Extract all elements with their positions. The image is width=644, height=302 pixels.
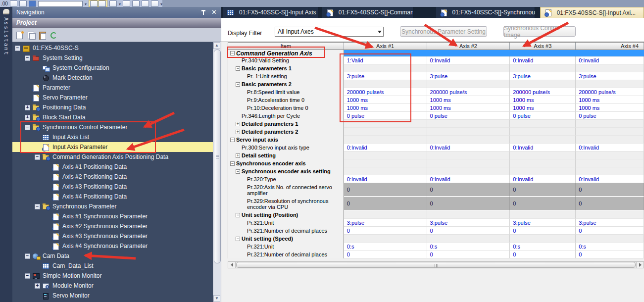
synchronous-parameter-setting-button[interactable]: Synchronous Parameter Setting: [400, 26, 487, 37]
nav-vertical-scrollbar[interactable]: ▲ ▼: [213, 42, 221, 302]
value-cell-axis3[interactable]: 3:pulse: [510, 219, 576, 227]
nav-tree-item[interactable]: −Cam Data: [12, 251, 221, 261]
value-cell-axis2[interactable]: 1000 ms: [427, 96, 510, 104]
empty-cell-axis2[interactable]: [427, 136, 510, 144]
collapse-icon[interactable]: −: [25, 273, 30, 279]
value-cell-axis4[interactable]: 0:Invalid: [576, 56, 644, 64]
expand-icon[interactable]: +: [236, 153, 240, 158]
collapse-icon[interactable]: −: [35, 204, 40, 209]
empty-cell-axis1[interactable]: [344, 235, 427, 243]
nav-tree-item[interactable]: Axis #3 Synchronous Parameter: [12, 231, 221, 241]
value-cell-axis3[interactable]: 0:Invalid: [510, 144, 576, 151]
empty-cell-axis2[interactable]: [427, 80, 510, 88]
toolbar-combobox[interactable]: [38, 1, 83, 7]
value-cell-axis4[interactable]: 0:Invalid: [576, 175, 644, 183]
nav-tree-item[interactable]: Parameter: [12, 83, 221, 93]
nav-tree-item[interactable]: −Command Generation Axis Positioning Dat…: [12, 152, 221, 162]
expand-icon[interactable]: +: [35, 283, 40, 289]
empty-cell-axis4[interactable]: [576, 120, 644, 128]
empty-cell-axis1[interactable]: [344, 211, 427, 219]
empty-cell-axis4[interactable]: [576, 80, 644, 88]
document-tab[interactable]: 01:FX5-40SSC-S[]-Command ...: [322, 7, 413, 18]
item-cell[interactable]: Pr.321:Number of decimal places: [228, 251, 344, 258]
value-cell-axis3[interactable]: 3:pulse: [510, 72, 576, 80]
item-cell[interactable]: Pr.300:Servo input axis type: [228, 144, 344, 151]
empty-cell-axis1[interactable]: [344, 80, 427, 88]
value-cell-axis4[interactable]: 1000 ms: [576, 96, 644, 104]
item-cell[interactable]: +Detailed parameters 2: [228, 128, 344, 136]
value-cell-axis1[interactable]: 0: [344, 183, 427, 197]
empty-cell-axis1[interactable]: [344, 128, 427, 136]
value-cell-axis3[interactable]: 0:Invalid: [510, 175, 576, 183]
item-cell[interactable]: +Detailed parameters 1: [228, 120, 344, 128]
empty-cell-axis3[interactable]: [510, 136, 576, 144]
document-tab[interactable]: 01:FX5-40SSC-S[]-Synchronou...: [436, 7, 535, 18]
value-cell-axis3[interactable]: 0:s: [510, 243, 576, 251]
close-icon[interactable]: ✕: [211, 9, 217, 15]
scroll-up-icon[interactable]: ▲: [213, 42, 220, 49]
value-cell-axis3[interactable]: 1000 ms: [510, 96, 576, 104]
value-cell-axis2[interactable]: 0: [427, 227, 510, 235]
empty-cell-axis2[interactable]: [427, 120, 510, 128]
value-cell-axis3[interactable]: 0:Invalid: [510, 56, 576, 64]
value-cell-axis3[interactable]: 0: [510, 251, 576, 258]
toolbar-zoom-icon[interactable]: [151, 0, 158, 7]
empty-cell-axis2[interactable]: [427, 167, 510, 175]
value-cell-axis1[interactable]: 0:Invalid: [344, 144, 427, 151]
value-cell-axis4[interactable]: 1000 ms: [576, 104, 644, 112]
collapse-icon[interactable]: −: [230, 51, 235, 55]
value-cell-axis1[interactable]: 1:Valid: [344, 56, 427, 64]
empty-cell-axis3[interactable]: [510, 167, 576, 175]
empty-cell-axis3[interactable]: [510, 151, 576, 159]
column-header-item[interactable]: Item: [228, 43, 344, 50]
nav-tree-item[interactable]: Axis #1 Synchronous Parameter: [12, 211, 221, 221]
expand-icon[interactable]: +: [25, 115, 30, 120]
empty-cell-axis1[interactable]: [344, 136, 427, 144]
column-header-axis1[interactable]: Axis #1: [344, 43, 427, 50]
empty-cell-axis2[interactable]: [427, 64, 510, 72]
nav-tree-item[interactable]: Axis #3 Positioning Data: [12, 182, 221, 192]
item-cell[interactable]: Pr. 1:Unit setting: [228, 72, 344, 80]
nav-tree-item[interactable]: Input Axis Parameter: [12, 142, 221, 152]
empty-cell-axis3[interactable]: [510, 64, 576, 72]
pin-icon[interactable]: [200, 9, 206, 15]
value-cell-axis3[interactable]: 0: [510, 183, 576, 197]
collapse-icon[interactable]: −: [230, 138, 235, 142]
value-cell-axis2[interactable]: 200000 pulse/s: [427, 88, 510, 96]
nav-tree-item[interactable]: +Module Monitor: [12, 281, 221, 291]
item-cell[interactable]: −Synchronous encoder axis setting: [228, 167, 344, 175]
collapse-icon[interactable]: −: [236, 237, 240, 241]
empty-cell-axis4[interactable]: [576, 151, 644, 159]
empty-cell-axis3[interactable]: [510, 211, 576, 219]
toolbar-zoom-icon[interactable]: [123, 0, 130, 7]
item-cell[interactable]: Pr.321:Number of decimal places: [228, 227, 344, 235]
value-cell-axis3[interactable]: 1000 ms: [510, 104, 576, 112]
value-cell-axis4[interactable]: 0: [576, 197, 644, 211]
copy-icon[interactable]: [27, 31, 35, 39]
value-cell-axis3[interactable]: 0 pulse: [510, 112, 576, 120]
item-cell[interactable]: Pr.320:Axis No. of connected servo ampli…: [228, 183, 344, 197]
item-cell[interactable]: −Basic parameters 2: [228, 80, 344, 88]
collapse-icon[interactable]: −: [25, 253, 30, 259]
toolbar-icon[interactable]: [90, 0, 98, 7]
value-cell-axis1[interactable]: 1000 ms: [344, 104, 427, 112]
empty-cell-axis2[interactable]: [427, 159, 510, 167]
grid-scroll-thumb[interactable]: [236, 262, 636, 268]
nav-tree-item[interactable]: Axis #2 Positioning Data: [12, 172, 221, 182]
empty-cell-axis2[interactable]: [427, 211, 510, 219]
nav-tree-item[interactable]: Mark Detection: [12, 73, 221, 83]
document-tab[interactable]: 01:FX5-40SSC-S[]-Input Axis List: [223, 7, 318, 18]
expand-icon[interactable]: +: [236, 122, 240, 126]
empty-cell-axis4[interactable]: [576, 64, 644, 72]
collapse-icon[interactable]: −: [25, 125, 30, 130]
empty-cell-axis2[interactable]: [427, 235, 510, 243]
empty-cell-axis1[interactable]: [344, 159, 427, 167]
item-cell[interactable]: −Synchronous encoder axis: [228, 159, 344, 167]
value-cell-axis2[interactable]: 0:s: [427, 243, 510, 251]
empty-cell-axis4[interactable]: [576, 211, 644, 219]
collapse-icon[interactable]: −: [236, 82, 240, 87]
nav-tree-item[interactable]: −Synchronous Control Parameter: [12, 122, 221, 132]
item-cell[interactable]: Pr.321:Unit: [228, 219, 344, 227]
nav-scroll-thumb[interactable]: [214, 50, 221, 263]
value-cell-axis2[interactable]: 0: [427, 251, 510, 258]
